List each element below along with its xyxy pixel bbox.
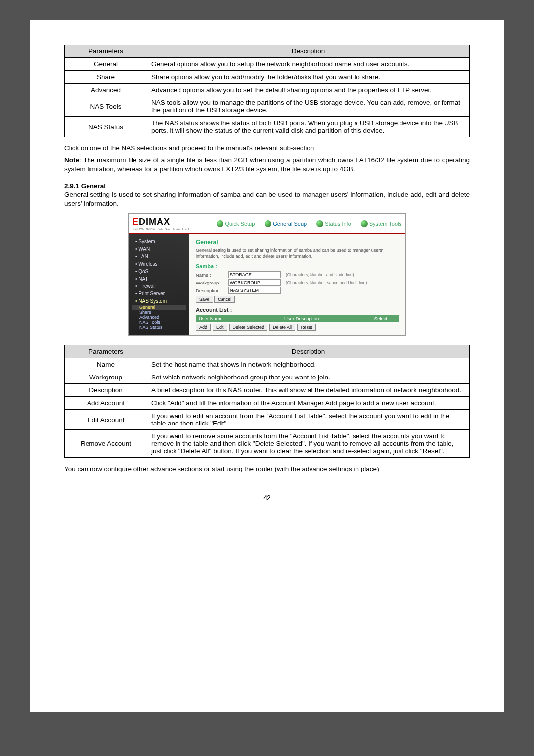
description-label: Description : (196, 288, 225, 293)
delete-all-button[interactable]: Delete All (269, 324, 295, 331)
general-params-table: Parameters Description NameSet the host … (64, 345, 470, 458)
sidebar-sub-nas-tools[interactable]: NAS Tools (132, 320, 186, 325)
account-buttons: Add Edit Delete Selected Delete All Rese… (196, 324, 399, 331)
router-ui-screenshot: EDIMAX NETWORKING PEOPLE TOGETHER Quick … (128, 213, 406, 336)
sidebar-sub-share[interactable]: Share (132, 310, 186, 315)
add-button[interactable]: Add (196, 324, 211, 331)
note-body: : The maximum file size of a single file… (64, 156, 470, 173)
para-click-selection: Click on one of the NAS selections and p… (64, 144, 470, 153)
globe-icon (361, 220, 368, 227)
t2-h2: Description (147, 345, 470, 358)
t1r4d: The NAS status shows the status of both … (147, 117, 470, 137)
t2r1p: Workgroup (65, 371, 147, 384)
t2r4p: Edit Account (65, 410, 147, 430)
name-hint: (Characters, Number and Underline) (286, 272, 354, 277)
sidebar-item-wan[interactable]: WAN (132, 245, 186, 253)
sidebar-item-wireless[interactable]: Wireless (132, 260, 186, 268)
panel-intro: General setting is used to set sharing i… (196, 248, 399, 259)
sidebar-sub-nas-status[interactable]: NAS Status (132, 325, 186, 330)
section-heading: 2.9.1 General (64, 182, 470, 189)
globe-icon (217, 220, 223, 227)
col-select: Select (363, 315, 399, 322)
shot-body: System WAN LAN Wireless QoS NAT Firewall… (129, 234, 405, 335)
main-panel: General General setting is used to set s… (189, 234, 405, 335)
sidebar-item-system[interactable]: System (132, 238, 186, 245)
sidebar-sub-general[interactable]: General (132, 305, 186, 310)
edimax-logo: EDIMAX NETWORKING PEOPLE TOGETHER (133, 217, 189, 230)
sidebar-sub-advanced[interactable]: Advanced (132, 315, 186, 320)
sidebar-item-print-server[interactable]: Print Server (132, 290, 186, 297)
t2r3d: Click "Add" and fill the information of … (147, 397, 470, 410)
note-paragraph: Note: The maximum file size of a single … (64, 156, 470, 174)
t1-h1: Parameters (65, 45, 147, 58)
t2r0d: Set the host name that shows in network … (147, 358, 470, 371)
globe-icon (265, 220, 271, 227)
workgroup-input[interactable] (228, 279, 281, 286)
t2r5p: Remove Account (65, 430, 147, 458)
cancel-button[interactable]: Cancel (214, 296, 235, 303)
col-user-name: User Name (196, 315, 281, 322)
name-label: Name : (196, 272, 225, 278)
page-number: 42 (64, 494, 470, 502)
sidebar-item-firewall[interactable]: Firewall (132, 283, 186, 290)
t1r2d: Advanced options allow you to set the de… (147, 84, 470, 96)
document-page: Parameters Description GeneralGeneral op… (30, 20, 504, 712)
nav-quick-setup[interactable]: Quick Setup (217, 220, 255, 227)
sidebar-item-nas-system[interactable]: NAS System (132, 297, 186, 305)
account-list-heading: Account List : (196, 307, 399, 313)
workgroup-label: Workgroup : (196, 280, 225, 285)
save-button[interactable]: Save (196, 296, 213, 303)
nas-sections-table: Parameters Description GeneralGeneral op… (64, 45, 470, 137)
closing-paragraph: You can now configure other advance sect… (64, 465, 470, 473)
t2r2d: A brief description for this NAS router.… (147, 384, 470, 397)
top-nav: Quick Setup General Seup Status Info Sys… (217, 220, 401, 227)
edit-button[interactable]: Edit (213, 324, 227, 331)
t1r2p: Advanced (65, 84, 147, 96)
t2r0p: Name (65, 358, 147, 371)
sidebar-item-qos[interactable]: QoS (132, 268, 186, 275)
t1-h2: Description (147, 45, 470, 58)
delete-selected-button[interactable]: Delete Selected (229, 324, 268, 331)
nav-general-setup[interactable]: General Seup (265, 220, 307, 227)
t1r4p: NAS Status (65, 117, 147, 137)
row-description: Description : (196, 287, 399, 294)
t2r3p: Add Account (65, 397, 147, 410)
t1r1d: Share options allow you to add/modify th… (147, 71, 470, 84)
t1r1p: Share (65, 71, 147, 84)
sidebar: System WAN LAN Wireless QoS NAT Firewall… (129, 234, 189, 335)
t1r0p: General (65, 58, 147, 71)
logo-tagline: NETWORKING PEOPLE TOGETHER (133, 227, 189, 230)
shot-header: EDIMAX NETWORKING PEOPLE TOGETHER Quick … (129, 214, 405, 234)
note-label: Note (64, 156, 79, 164)
t1r3d: NAS tools allow you to manage the partit… (147, 96, 470, 117)
col-user-description: User Description (281, 315, 363, 322)
row-workgroup: Workgroup : (Characters, Number, sapce a… (196, 279, 399, 286)
description-input[interactable] (228, 287, 281, 294)
workgroup-hint: (Characters, Number, sapce and Underline… (286, 280, 367, 285)
t2r1d: Set which network neighborhood group tha… (147, 371, 470, 384)
nav-status-info[interactable]: Status Info (316, 220, 351, 227)
t2-h1: Parameters (65, 345, 147, 358)
t1r3p: NAS Tools (65, 96, 147, 117)
name-input[interactable] (228, 271, 281, 278)
save-cancel-row: Save Cancel (196, 296, 399, 303)
t2r5d: If you want to remove some accounts from… (147, 430, 470, 458)
section-body: General setting is used to set sharing i… (64, 190, 470, 208)
t2r2p: Description (65, 384, 147, 397)
sidebar-item-nat[interactable]: NAT (132, 275, 186, 283)
panel-title: General (196, 239, 399, 246)
globe-icon (316, 220, 323, 227)
reset-button[interactable]: Reset (297, 324, 316, 331)
samba-heading: Samba : (196, 263, 399, 269)
sidebar-item-lan[interactable]: LAN (132, 253, 186, 260)
t1r0d: General options allow you to setup the n… (147, 58, 470, 71)
account-table-header: User Name User Description Select (196, 315, 399, 322)
t2r4d: If you want to edit an account from the … (147, 410, 470, 430)
nav-system-tools[interactable]: System Tools (361, 220, 401, 227)
row-name: Name : (Characters, Number and Underline… (196, 271, 399, 278)
